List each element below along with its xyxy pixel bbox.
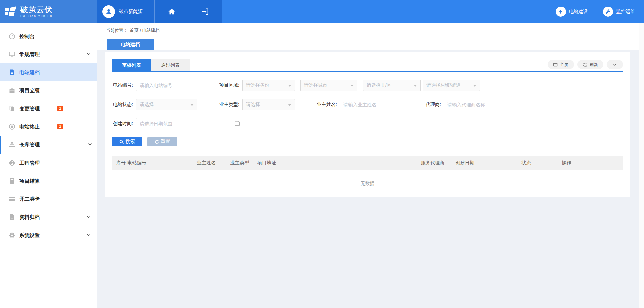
station-no-input[interactable]	[136, 80, 197, 91]
user-menu[interactable]: 破茧新能源	[97, 0, 154, 23]
page-tab-station-filing[interactable]: 电站建档	[107, 39, 154, 50]
owner-name-label: 业主姓名:	[315, 102, 340, 108]
agent-input[interactable]	[444, 99, 506, 110]
content-card: 审核列表 通过列表 全屏 刷新	[105, 52, 630, 197]
calculator-icon	[9, 178, 15, 184]
city-select[interactable]: 请选择城市	[300, 80, 357, 91]
province-select-placeholder: 请选择省份	[246, 82, 269, 88]
breadcrumb: 当前位置：首页 / 电站建档	[106, 27, 160, 34]
status-select-placeholder: 请选择	[140, 102, 154, 108]
collapse-panel-button[interactable]	[607, 60, 623, 69]
chevron-down-icon	[88, 143, 92, 146]
brand-title: 破茧云伏	[20, 6, 53, 14]
search-button-label: 搜索	[126, 139, 135, 145]
sidebar-item-label: 电站终止	[19, 124, 40, 130]
home-button[interactable]	[154, 0, 189, 23]
sitemap-icon	[9, 141, 15, 148]
search-icon	[119, 140, 124, 144]
sidebar-item-console[interactable]: 控制台	[0, 27, 97, 45]
logout-button[interactable]	[189, 0, 222, 23]
sidebar-item-station-filing[interactable]: 电站建档	[0, 63, 97, 81]
owner-name-input[interactable]	[340, 99, 402, 110]
sidebar-item-label: 工程管理	[19, 160, 40, 166]
owner-type-select[interactable]: 请选择	[242, 99, 295, 110]
user-name: 破茧新能源	[119, 9, 143, 15]
col-header-project-address: 项目地址	[257, 156, 421, 170]
nav-station-construction[interactable]: 电站建设	[556, 7, 588, 17]
sidebar-item-label: 开二类卡	[19, 196, 40, 202]
briefcase-icon	[9, 87, 15, 94]
col-header-owner-type: 业主类型	[230, 156, 257, 170]
table-header-row: 序号 电站编号 业主姓名 业主类型 项目地址 服务代理商 创建日期 状态 操作	[112, 156, 623, 170]
home-icon	[168, 8, 176, 16]
dashboard-icon	[9, 33, 15, 40]
filter-actions: 搜索 重置	[112, 137, 623, 146]
monitor-icon	[9, 51, 15, 58]
caret-down-icon	[288, 85, 291, 87]
province-select[interactable]: 请选择省份	[242, 80, 295, 91]
breadcrumb-path[interactable]: 首页 / 电站建档	[130, 28, 160, 33]
breadcrumb-bar: 当前位置：首页 / 电站建档 电站建档	[97, 23, 639, 50]
chevron-down-icon	[87, 234, 91, 236]
chevron-down-icon	[87, 53, 91, 55]
region-group: 项目区域: 请选择省份	[214, 80, 295, 91]
stop-circle-icon	[9, 123, 15, 130]
caret-down-icon	[190, 104, 194, 106]
panel-toolbar: 全屏 刷新	[548, 60, 623, 69]
county-select-placeholder: 请选择县/区	[367, 82, 391, 88]
station-termination-badge: 1	[57, 124, 63, 129]
sidebar-item-change-mgmt[interactable]: 变更管理 1	[0, 100, 97, 118]
village-select-placeholder: 请选择村镇/街道	[426, 82, 461, 88]
filter-row-3: 创建时间:	[112, 118, 623, 129]
sidebar-item-data-archive[interactable]: 资料归档	[0, 208, 97, 226]
sidebar-item-station-termination[interactable]: 电站终止 1	[0, 118, 97, 136]
date-range-input[interactable]	[136, 118, 243, 129]
status-select[interactable]: 请选择	[136, 99, 197, 110]
fullscreen-button[interactable]: 全屏	[548, 60, 574, 69]
tab-passed-list[interactable]: 通过列表	[151, 59, 190, 71]
empty-state-text: 无数据	[112, 170, 623, 197]
nav-monitoring-ops[interactable]: 监控运维	[603, 7, 635, 17]
search-button[interactable]: 搜索	[112, 137, 142, 146]
header-right-nav: 电站建设 监控运维	[556, 0, 644, 23]
sidebar-item-engineering-mgmt[interactable]: 工程管理	[0, 154, 97, 172]
caret-down-icon	[473, 85, 476, 87]
lightning-icon	[556, 7, 566, 17]
top-header: 破茧云伏 Po Jian Yun Fu 破茧新能源	[0, 0, 644, 23]
fullscreen-icon	[553, 62, 558, 67]
status-label: 电站状态:	[112, 102, 136, 108]
tab-review-list[interactable]: 审核列表	[112, 59, 151, 71]
county-select[interactable]: 请选择县/区	[363, 80, 421, 91]
brand: 破茧云伏 Po Jian Yun Fu	[0, 0, 97, 23]
scrollbar[interactable]	[639, 23, 644, 308]
refresh-button[interactable]: 刷新	[577, 60, 603, 69]
agent-label: 代理商:	[419, 102, 444, 108]
city-select-placeholder: 请选择城市	[304, 82, 327, 88]
sidebar-item-label: 仓库管理	[19, 142, 40, 148]
sidebar-item-label: 项目结算	[19, 178, 40, 184]
col-header-index: 序号	[112, 156, 127, 170]
sidebar-item-system-settings[interactable]: 系统设置	[0, 226, 97, 244]
sidebar-item-project-settlement[interactable]: 项目结算	[0, 172, 97, 190]
date-range-picker[interactable]	[136, 118, 243, 129]
sidebar-item-open-card[interactable]: 开二类卡	[0, 190, 97, 208]
chevron-down-icon	[613, 63, 617, 66]
sidebar-item-warehouse-mgmt[interactable]: 仓库管理	[0, 136, 97, 154]
archive-doc-icon	[9, 214, 15, 221]
caret-down-icon	[350, 85, 354, 87]
sidebar-item-general-mgmt[interactable]: 常规管理	[0, 45, 97, 63]
calendar-icon	[234, 121, 240, 126]
city-select-group: 请选择城市	[300, 80, 357, 91]
brand-subtitle: Po Jian Yun Fu	[20, 14, 53, 18]
caret-down-icon	[288, 104, 291, 106]
sidebar-item-project-initiation[interactable]: 项目立项	[0, 81, 97, 100]
reset-button[interactable]: 重置	[147, 137, 177, 146]
brand-logo-icon	[5, 5, 17, 18]
village-select[interactable]: 请选择村镇/街道	[423, 80, 480, 91]
breadcrumb-prefix: 当前位置：	[106, 28, 128, 33]
filter-row-2: 电站状态: 请选择 业主类型: 请选择 业主姓名:	[112, 99, 623, 110]
chevron-down-icon	[87, 215, 91, 218]
tabs-underline	[112, 71, 623, 72]
county-select-group: 请选择县/区	[363, 80, 421, 91]
col-header-service-agent: 服务代理商	[421, 156, 455, 170]
